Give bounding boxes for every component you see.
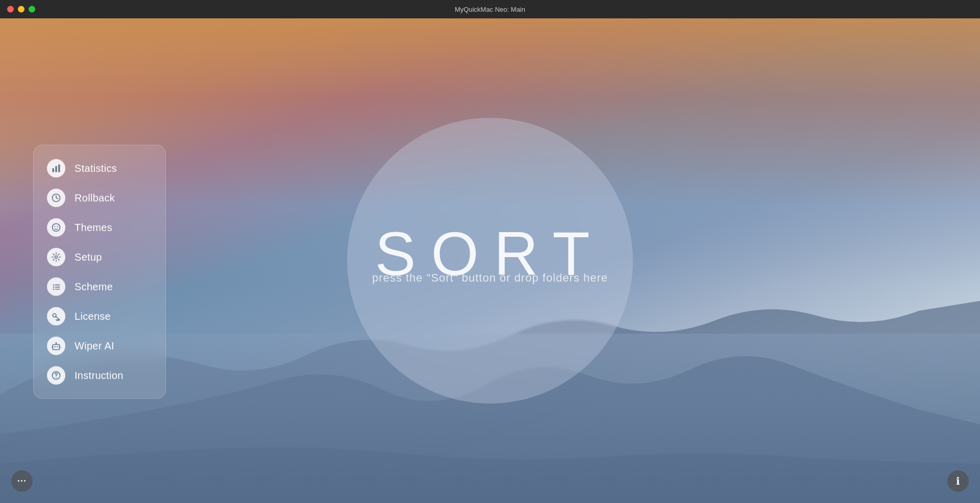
instruction-label: Instruction	[75, 369, 124, 381]
svg-rect-17	[57, 346, 58, 347]
close-button[interactable]	[7, 6, 14, 13]
svg-point-7	[55, 256, 58, 258]
wiper-ai-label: Wiper AI	[75, 340, 114, 351]
minimize-button[interactable]	[18, 6, 24, 13]
smiley-icon	[47, 218, 65, 237]
window-title: MyQuickMac Neo: Main	[455, 6, 525, 13]
setup-label: Setup	[75, 251, 102, 263]
bar-chart-icon	[47, 159, 65, 178]
rollback-label: Rollback	[75, 192, 115, 204]
sidebar-item-instruction[interactable]: Instruction	[38, 361, 161, 390]
svg-rect-1	[55, 166, 57, 172]
gear-icon	[47, 248, 65, 266]
svg-point-10	[53, 286, 55, 288]
svg-point-23	[56, 377, 57, 378]
question-icon	[47, 366, 65, 385]
svg-rect-0	[53, 168, 54, 172]
key-icon	[47, 307, 65, 325]
sidebar-item-license[interactable]: License	[38, 301, 161, 331]
sidebar-item-statistics[interactable]: Statistics	[38, 154, 161, 183]
svg-rect-16	[55, 346, 56, 347]
svg-point-19	[56, 342, 57, 344]
sidebar-item-wiper-ai[interactable]: Wiper AI	[38, 331, 161, 361]
list-icon	[47, 278, 65, 296]
sidebar-item-rollback[interactable]: Rollback	[38, 183, 161, 213]
license-label: License	[75, 310, 111, 322]
scheme-label: Scheme	[75, 281, 113, 292]
more-options-icon: ···	[17, 476, 27, 487]
svg-point-5	[55, 226, 56, 227]
svg-point-6	[57, 226, 58, 227]
sidebar-item-setup[interactable]: Setup	[38, 242, 161, 272]
more-options-button[interactable]: ···	[11, 470, 33, 492]
sort-subtitle: press the "Sort" button or drop folders …	[372, 271, 608, 285]
themes-label: Themes	[75, 221, 112, 233]
info-button[interactable]: ℹ	[947, 470, 969, 492]
svg-point-8	[53, 284, 55, 286]
sidebar-item-scheme[interactable]: Scheme	[38, 272, 161, 301]
title-bar: MyQuickMac Neo: Main	[0, 0, 980, 18]
svg-point-12	[53, 289, 55, 290]
sidebar-menu: Statistics Rollback Themes	[33, 145, 166, 399]
sidebar-item-themes[interactable]: Themes	[38, 213, 161, 242]
info-icon: ℹ	[956, 475, 960, 487]
robot-icon	[47, 337, 65, 355]
maximize-button[interactable]	[29, 6, 35, 13]
svg-point-4	[53, 223, 60, 231]
clock-icon	[47, 189, 65, 207]
svg-rect-2	[58, 164, 60, 172]
traffic-lights[interactable]	[7, 6, 35, 13]
statistics-label: Statistics	[75, 162, 117, 174]
svg-rect-15	[53, 344, 59, 349]
